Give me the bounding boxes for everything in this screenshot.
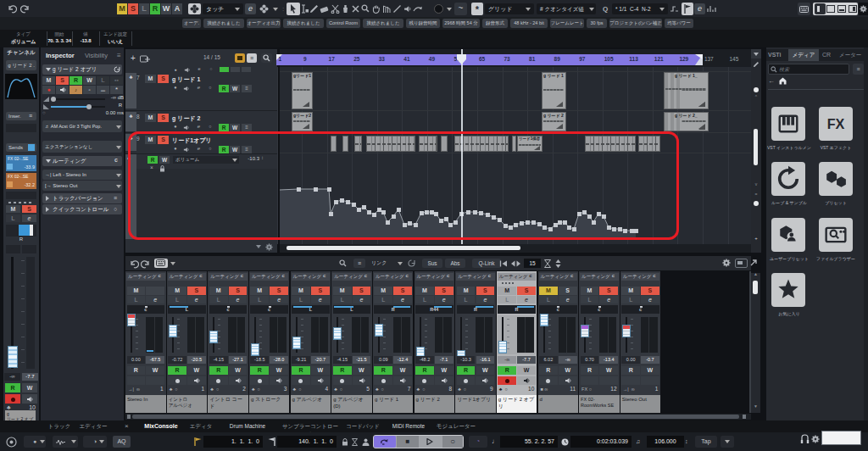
- svg-text:FX: FX: [827, 116, 845, 131]
